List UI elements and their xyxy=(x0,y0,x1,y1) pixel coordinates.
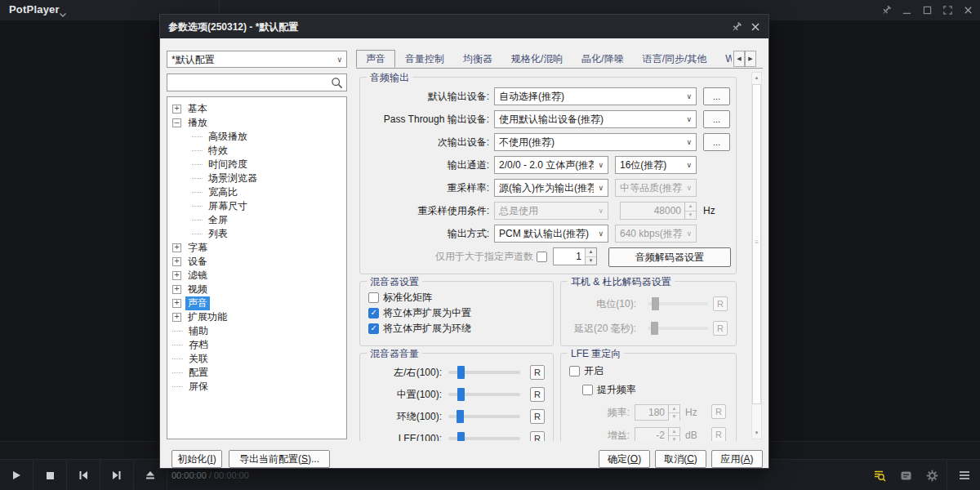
cancel-button[interactable]: 取消(C) xyxy=(655,450,706,468)
reset-button[interactable]: R xyxy=(713,321,728,336)
initialize-button[interactable]: 初始化(I) xyxy=(172,450,222,468)
spinner-up-icon[interactable]: ▲ xyxy=(685,203,696,211)
dialog-close-icon[interactable] xyxy=(750,21,761,33)
tree-item[interactable]: 宽高比 xyxy=(167,185,346,199)
minimize-icon[interactable] xyxy=(901,5,912,16)
lfe-gain-reset-button[interactable]: R xyxy=(711,427,726,441)
tree-item[interactable]: +设备 xyxy=(167,255,346,269)
expand-icon[interactable]: + xyxy=(172,271,181,280)
secondary-device-select[interactable]: 不使用(推荐) ∨ xyxy=(494,133,697,151)
maximize-icon[interactable] xyxy=(921,5,933,16)
collapse-icon[interactable]: – xyxy=(172,118,181,127)
menu-button[interactable] xyxy=(949,460,980,490)
spinner-up-icon[interactable]: ▲ xyxy=(669,428,679,435)
mixer-setting-row[interactable]: 将立体声扩展为环绕 xyxy=(368,323,471,335)
slider-handle[interactable] xyxy=(457,410,464,423)
dialog-titlebar[interactable]: 参数选项(250312) - *默认配置 xyxy=(160,15,768,38)
tree-item[interactable]: +字幕 xyxy=(167,241,346,255)
ok-button[interactable]: 确定(O) xyxy=(599,450,650,468)
playlist-search-button[interactable] xyxy=(866,460,893,490)
tree-item[interactable]: 关联 xyxy=(167,352,346,366)
expand-icon[interactable]: + xyxy=(172,299,181,308)
expand-icon[interactable]: + xyxy=(172,105,181,114)
lfe-boost-row[interactable]: 提升频率 xyxy=(582,384,636,396)
resample-rate-select[interactable]: 源(输入)作为输出(推荐) ∨ xyxy=(494,179,608,197)
mixer-setting-row[interactable]: 标准化矩阵 xyxy=(368,292,432,304)
mixer-volume-slider[interactable] xyxy=(448,409,520,424)
spinner-down-icon[interactable]: ▼ xyxy=(586,256,596,265)
tree-item[interactable]: +视频 xyxy=(167,283,346,296)
app-menu-chevron-icon[interactable] xyxy=(59,7,67,21)
fullscreen-icon[interactable] xyxy=(942,5,953,16)
slider-handle[interactable] xyxy=(652,297,659,310)
lfe-enable-row[interactable]: 开启 xyxy=(569,365,604,377)
tree-item[interactable]: 场景浏览器 xyxy=(167,172,346,185)
reset-button[interactable]: R xyxy=(530,365,545,380)
default-output-device-select[interactable]: 自动选择(推荐) ∨ xyxy=(494,87,697,105)
default-output-device-more-button[interactable]: ... xyxy=(703,87,730,105)
expand-icon[interactable]: + xyxy=(172,313,181,322)
slider-handle[interactable] xyxy=(457,388,465,401)
stop-button[interactable] xyxy=(33,460,66,490)
tree-item[interactable]: 全屏 xyxy=(167,213,346,227)
lfe-gain-spinner[interactable]: -2 ▲▼ xyxy=(635,427,680,441)
tree-item[interactable]: +扩展功能 xyxy=(167,310,346,324)
bitrate-select[interactable]: 640 kbps(推荐) ∨ xyxy=(615,225,697,243)
sample-rate-spinner[interactable]: 48000 ▲▼ xyxy=(620,202,697,220)
slider-handle[interactable] xyxy=(457,366,465,379)
headphone-slider[interactable] xyxy=(648,321,708,336)
tab-4[interactable]: 规格化/混响 xyxy=(502,51,572,69)
tree-item[interactable]: 列表 xyxy=(167,227,346,241)
tab-1[interactable]: 声音 xyxy=(356,50,395,68)
bit-depth-select[interactable]: 16位(推荐) ∨ xyxy=(615,156,697,174)
resample-quality-select[interactable]: 中等品质(推荐) ∨ xyxy=(615,179,697,197)
passthrough-device-select[interactable]: 使用默认输出设备(推荐) ∨ xyxy=(494,110,697,128)
channel-count-checkbox[interactable] xyxy=(537,252,547,262)
tree-item[interactable]: +声音 xyxy=(167,296,346,310)
output-channels-select[interactable]: 2/0/0 - 2.0 立体声(推荐) ∨ xyxy=(494,156,608,174)
slider-handle[interactable] xyxy=(651,322,658,335)
tab-6[interactable]: 语言/同步/其他 xyxy=(634,51,716,69)
resample-condition-select[interactable]: 总是使用 ∨ xyxy=(494,202,608,220)
tree-item[interactable]: 存档 xyxy=(167,338,346,352)
channel-count-spinner[interactable]: 1 ▲▼ xyxy=(553,247,597,265)
reset-button[interactable]: R xyxy=(530,387,545,402)
tree-item[interactable]: 屏幕尺寸 xyxy=(167,199,346,213)
tree-item[interactable]: 辅助 xyxy=(167,324,346,338)
reset-button[interactable]: R xyxy=(713,296,728,311)
tree-item[interactable]: +滤镜 xyxy=(167,269,346,283)
secondary-device-more-button[interactable]: ... xyxy=(703,133,730,151)
audio-decoder-settings-button[interactable]: 音频解码器设置 xyxy=(608,247,731,267)
expand-icon[interactable]: + xyxy=(172,257,181,266)
profile-select[interactable]: *默认配置 ∨ xyxy=(167,51,347,68)
tree-item[interactable]: –播放 xyxy=(167,116,346,130)
previous-button[interactable] xyxy=(67,460,100,490)
next-button[interactable] xyxy=(100,460,133,490)
tab-5[interactable]: 晶化/降噪 xyxy=(572,51,632,69)
expand-icon[interactable]: + xyxy=(172,285,181,294)
tab-7[interactable]: Wi xyxy=(716,51,732,69)
tab-scroll-left-icon[interactable]: ◀ xyxy=(733,51,745,67)
mixer-volume-slider[interactable] xyxy=(448,387,520,402)
spinner-down-icon[interactable]: ▼ xyxy=(669,435,679,441)
tab-2[interactable]: 音量控制 xyxy=(396,51,453,69)
tree-item[interactable]: 时间跨度 xyxy=(167,158,346,172)
close-icon[interactable] xyxy=(962,5,973,16)
tab-scroll-right-icon[interactable]: ▶ xyxy=(745,51,756,67)
checkbox[interactable] xyxy=(368,292,379,303)
spinner-down-icon[interactable]: ▼ xyxy=(685,211,696,220)
log-button[interactable] xyxy=(893,460,919,490)
tree-item[interactable]: 配置 xyxy=(167,366,346,380)
slider-handle[interactable] xyxy=(457,432,465,441)
lfe-freq-spinner[interactable]: 180 ▲▼ xyxy=(635,404,680,421)
tree-item[interactable]: 屏保 xyxy=(167,380,346,394)
output-mode-select[interactable]: PCM 默认输出(推荐) ∨ xyxy=(494,225,608,243)
spinner-down-icon[interactable]: ▼ xyxy=(669,412,679,421)
expand-icon[interactable]: + xyxy=(172,243,181,252)
mixer-volume-slider[interactable] xyxy=(448,365,520,380)
tree-item[interactable]: 高级播放 xyxy=(167,130,346,144)
tree-search-input[interactable] xyxy=(171,75,326,90)
passthrough-device-more-button[interactable]: ... xyxy=(703,110,730,128)
tree-item[interactable]: 特效 xyxy=(167,144,346,158)
window-pin-icon[interactable] xyxy=(880,5,892,16)
